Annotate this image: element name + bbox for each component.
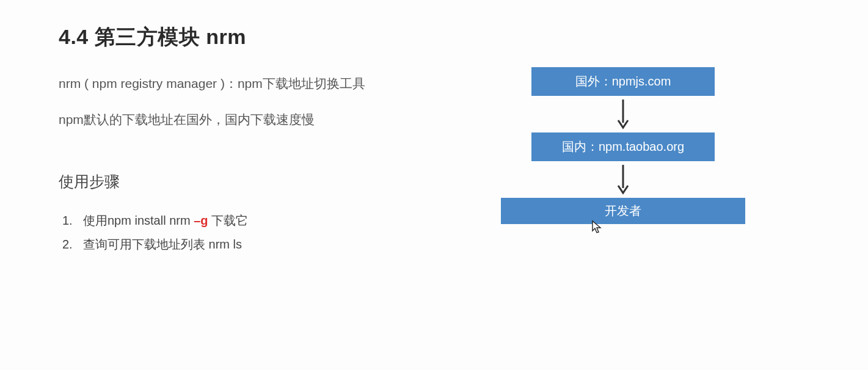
step-number: 1. xyxy=(62,209,83,233)
step-text: 查询可用下载地址列表 nrm ls xyxy=(83,233,242,256)
content-left: 4.4 第三方模块 nrm nrm ( npm registry manager… xyxy=(59,23,425,256)
arrow-down-icon xyxy=(616,96,630,132)
diagram-box-developer: 开发者 xyxy=(501,198,745,224)
diagram-box-domestic: 国内：npm.taobao.org xyxy=(531,132,715,161)
highlight-flag: –g xyxy=(194,214,208,227)
steps-heading: 使用步骤 xyxy=(59,172,425,192)
subtitle-line-2: npm默认的下载地址在国外，国内下载速度慢 xyxy=(59,111,425,128)
arrow-down-icon xyxy=(616,161,630,198)
diagram: 国外：npmjs.com 国内：npm.taobao.org 开发者 xyxy=(501,67,745,224)
diagram-box-foreign: 国外：npmjs.com xyxy=(531,67,715,96)
step-text: 使用npm install nrm –g 下载它 xyxy=(83,209,248,233)
section-title: 4.4 第三方模块 nrm xyxy=(59,23,425,51)
steps-list: 1. 使用npm install nrm –g 下载它 2. 查询可用下载地址列… xyxy=(59,209,425,256)
list-item: 2. 查询可用下载地址列表 nrm ls xyxy=(62,233,425,256)
step-number: 2. xyxy=(62,233,83,256)
list-item: 1. 使用npm install nrm –g 下载它 xyxy=(62,209,425,233)
subtitle-line-1: nrm ( npm registry manager )：npm下载地址切换工具 xyxy=(59,74,425,92)
